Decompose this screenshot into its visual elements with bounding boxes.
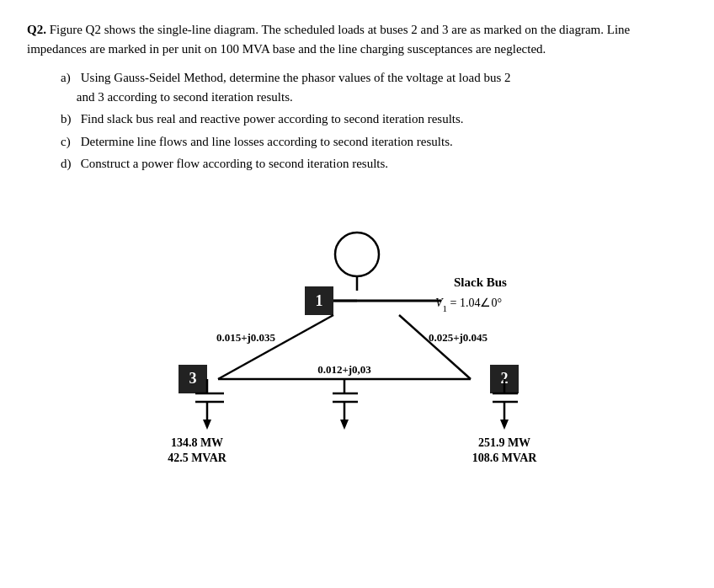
slack-bus-label: Slack Bus [454,275,507,289]
sub-text-b: Find slack bus real and reactive power a… [81,112,464,126]
sub-text-c: Determine line flows and line losses acc… [81,135,453,148]
bus3-label: 3 [189,370,197,387]
bus3-arrow [203,420,211,430]
sub-label-d: d) [61,154,77,174]
question-number: Q2. [27,23,46,36]
diagram-container: 1 Slack Bus V1 = 1.04∠0° 3 2 [27,194,687,463]
single-line-diagram: 1 Slack Bus V1 = 1.04∠0° 3 2 [121,194,593,463]
load2-mw-label: 251.9 MW [478,436,530,449]
sub-question-b: b) Find slack bus real and reactive powe… [61,110,687,129]
sub-questions: a) Using Gauss-Seidel Method, determine … [61,68,687,174]
load3-mw-label: 134.8 MW [171,436,223,449]
load2-mvar-label: 108.6 MVAR [472,452,538,463]
bus2-arrow [500,420,509,430]
sub-question-d: d) Construct a power flow according to s… [61,154,687,174]
question-intro: Figure Q2 shows the single-line diagram.… [27,23,630,56]
sub-question-c: c) Determine line flows and line losses … [61,132,687,152]
sub-label-b: b) [61,110,77,129]
bus1-label: 1 [316,292,323,309]
sub-text-a: Using Gauss-Seidel Method, determine the… [61,71,510,104]
load3-mvar-label: 42.5 MVAR [168,452,227,463]
question-header: Q2. Figure Q2 shows the single-line diag… [27,20,687,58]
generator-symbol [335,233,379,276]
line-1-2 [399,315,471,379]
sub-text-d: Construct a power flow according to seco… [81,157,388,170]
line-1-3 [218,315,333,379]
impedance-12-label: 0.025+j0.045 [429,331,488,344]
impedance-32-label: 0.012+j0,03 [317,363,371,376]
v1-label: V1 = 1.04∠0° [435,297,502,313]
sub-label-c: c) [61,132,77,152]
sub-question-a: a) Using Gauss-Seidel Method, determine … [61,68,687,106]
sub-label-a: a) [61,68,77,88]
bus-mid-arrow [340,420,349,430]
impedance-13-label: 0.015+j0.035 [216,331,276,344]
